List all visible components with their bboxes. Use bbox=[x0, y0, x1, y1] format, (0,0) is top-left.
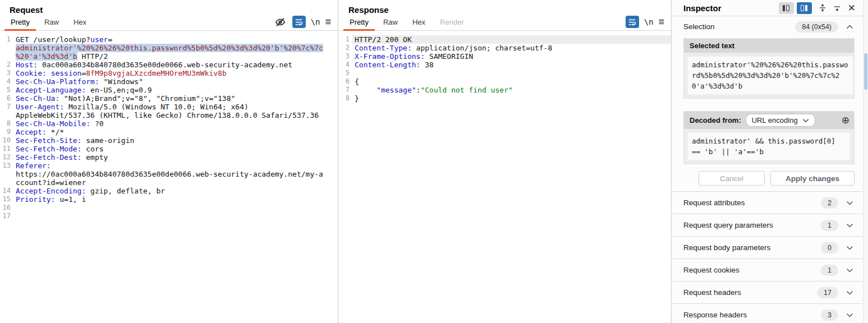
chevron-down-icon[interactable] bbox=[846, 268, 853, 273]
line-number: 1 bbox=[0, 35, 13, 44]
line-number: 3 bbox=[339, 52, 352, 61]
inspector-actions: Cancel Apply changes bbox=[683, 171, 855, 186]
line-number bbox=[0, 178, 13, 187]
chevron-down-icon[interactable] bbox=[846, 313, 853, 317]
collapse-all-icon[interactable] bbox=[819, 3, 826, 12]
line-number bbox=[0, 170, 13, 178]
expand-all-icon[interactable] bbox=[833, 3, 841, 12]
selected-text-content[interactable]: administrator'%20%26%26%20this.password%… bbox=[687, 56, 853, 95]
inspector-section-request-attributes[interactable]: Request attributes2 bbox=[672, 192, 862, 214]
apply-changes-button[interactable]: Apply changes bbox=[770, 171, 855, 186]
line-number: 4 bbox=[339, 61, 352, 69]
editor-line: 11Sec-Fetch-Mode: cors bbox=[0, 145, 338, 153]
editor-line: 1HTTP/2 200 OK bbox=[339, 35, 671, 44]
line-number: 7 bbox=[0, 103, 13, 111]
editor-line: 2Host: 0ac000a6034b840780d3635e00de0066.… bbox=[0, 61, 338, 69]
line-number: 2 bbox=[339, 44, 352, 52]
request-tabbar: Pretty Raw Hex \n ≡ bbox=[0, 16, 338, 31]
tab-response-hex[interactable]: Hex bbox=[405, 15, 433, 30]
editor-line: 5Accept-Language: en-US,en;q=0.9 bbox=[0, 86, 338, 94]
editor-line: 12Sec-Fetch-Dest: empty bbox=[0, 153, 338, 162]
editor-line: 17 bbox=[0, 212, 338, 220]
editor-line: 8} bbox=[339, 94, 671, 103]
inspector-section-response-headers[interactable]: Response headers3 bbox=[672, 304, 862, 323]
section-count-badge: 0 bbox=[821, 242, 838, 253]
line-number: 13 bbox=[0, 162, 13, 170]
editor-line: %20'a'%3d%3d'b HTTP/2 bbox=[0, 52, 338, 61]
editor-line: 2Content-Type: application/json; charset… bbox=[339, 44, 671, 52]
line-number: 15 bbox=[0, 195, 13, 204]
section-count-badge: 17 bbox=[817, 287, 838, 298]
tab-response-raw[interactable]: Raw bbox=[376, 15, 405, 30]
inspector-dock-left-icon[interactable] bbox=[779, 2, 794, 14]
response-editor[interactable]: 1HTTP/2 200 OK2Content-Type: application… bbox=[339, 34, 671, 323]
line-number: 17 bbox=[0, 212, 13, 220]
tab-request-hex[interactable]: Hex bbox=[66, 15, 94, 30]
word-wrap-toggle-icon[interactable] bbox=[626, 16, 639, 28]
show-newlines-icon[interactable]: \n bbox=[644, 17, 654, 26]
editor-line: AppleWebKit/537.36 (KHTML, like Gecko) C… bbox=[0, 111, 338, 119]
decoded-from-box: Decoded from: URL encoding ⊕ administrat… bbox=[683, 111, 855, 164]
editor-line: 15Priority: u=1, i bbox=[0, 195, 338, 204]
inspector-section-request-cookies[interactable]: Request cookies1 bbox=[672, 259, 862, 282]
decoded-text-content[interactable]: administrator' && this.password[0] == 'b… bbox=[687, 132, 851, 160]
hide-nonprintable-eye-off-icon[interactable] bbox=[274, 16, 287, 28]
section-label: Request cookies bbox=[683, 266, 821, 274]
editor-line: 8Sec-Ch-Ua-Mobile: ?0 bbox=[0, 119, 338, 128]
response-menu-icon[interactable]: ≡ bbox=[658, 17, 664, 27]
selection-section-header[interactable]: Selection 84 (0x54) bbox=[672, 16, 862, 37]
chevron-down-icon[interactable] bbox=[846, 201, 853, 205]
editor-line: 6Sec-Ch-Ua: "Not)A;Brand";v="8", "Chromi… bbox=[0, 94, 338, 103]
line-number: 6 bbox=[0, 94, 13, 103]
chevron-down-icon[interactable] bbox=[846, 223, 853, 228]
line-number: 10 bbox=[0, 136, 13, 145]
editor-line: 3X-Frame-Options: SAMEORIGIN bbox=[339, 52, 671, 61]
inspector-close-icon[interactable]: ✕ bbox=[848, 2, 856, 14]
section-count-badge: 3 bbox=[821, 310, 838, 321]
request-editor[interactable]: 1GET /user/lookup?user=administrator'%20… bbox=[0, 34, 338, 323]
line-number: 8 bbox=[339, 94, 352, 103]
editor-line: 13Referer: bbox=[0, 162, 338, 170]
line-number: 16 bbox=[0, 204, 13, 212]
selection-length-badge: 84 (0x54) bbox=[795, 21, 838, 33]
word-wrap-toggle-icon[interactable] bbox=[292, 16, 306, 28]
chevron-down-icon[interactable] bbox=[846, 290, 853, 295]
inspector-scrollbar[interactable] bbox=[863, 0, 868, 323]
chevron-up-icon[interactable] bbox=[846, 25, 853, 29]
section-count-badge: 1 bbox=[821, 265, 838, 276]
editor-line: 16 bbox=[0, 204, 338, 212]
editor-line: 10Sec-Fetch-Site: same-origin bbox=[0, 136, 338, 145]
decoding-dropdown[interactable]: URL encoding bbox=[746, 114, 815, 127]
selected-text-header: Selected text bbox=[684, 39, 854, 53]
editor-line: 9Accept: */* bbox=[0, 128, 338, 136]
inspector-dock-right-icon[interactable] bbox=[797, 2, 812, 14]
line-number bbox=[0, 52, 13, 61]
request-panel-title: Request bbox=[0, 0, 338, 16]
tab-request-raw[interactable]: Raw bbox=[37, 15, 66, 30]
editor-line: 7User-Agent: Mozilla/5.0 (Windows NT 10.… bbox=[0, 103, 338, 111]
inspector-header: Inspector ✕ bbox=[672, 0, 862, 16]
chevron-down-icon[interactable] bbox=[846, 246, 853, 250]
line-number: 2 bbox=[0, 61, 13, 69]
editor-line: administrator'%20%26%26%20this.password%… bbox=[0, 44, 338, 52]
add-decoding-layer-icon[interactable]: ⊕ bbox=[842, 114, 849, 126]
scrollbar-thumb[interactable] bbox=[864, 53, 867, 90]
editor-line: 3Cookie: session=8fM9p8vgjaLXzcdmeMHOreM… bbox=[0, 69, 338, 77]
inspector-title: Inspector bbox=[683, 3, 776, 13]
line-number: 11 bbox=[0, 145, 13, 153]
inspector-section-request-body-parameters[interactable]: Request body parameters0 bbox=[672, 237, 862, 259]
show-newlines-icon[interactable]: \n bbox=[311, 17, 320, 26]
inspector-section-request-query-parameters[interactable]: Request query parameters1 bbox=[672, 214, 862, 237]
tab-response-pretty[interactable]: Pretty bbox=[342, 15, 376, 30]
cancel-button[interactable]: Cancel bbox=[699, 171, 765, 186]
line-number: 7 bbox=[339, 86, 352, 94]
editor-line: ccount?id=wiener bbox=[0, 178, 338, 187]
line-number: 9 bbox=[0, 128, 13, 136]
editor-line: 14Accept-Encoding: gzip, deflate, br bbox=[0, 187, 338, 195]
tab-request-pretty[interactable]: Pretty bbox=[3, 15, 37, 30]
inspector-section-request-headers[interactable]: Request headers17 bbox=[672, 282, 862, 304]
section-label: Request headers bbox=[683, 288, 817, 297]
inspector-sections: Request attributes2Request query paramet… bbox=[672, 191, 862, 323]
editor-line: 5 bbox=[339, 69, 671, 77]
request-menu-icon[interactable]: ≡ bbox=[325, 17, 331, 27]
